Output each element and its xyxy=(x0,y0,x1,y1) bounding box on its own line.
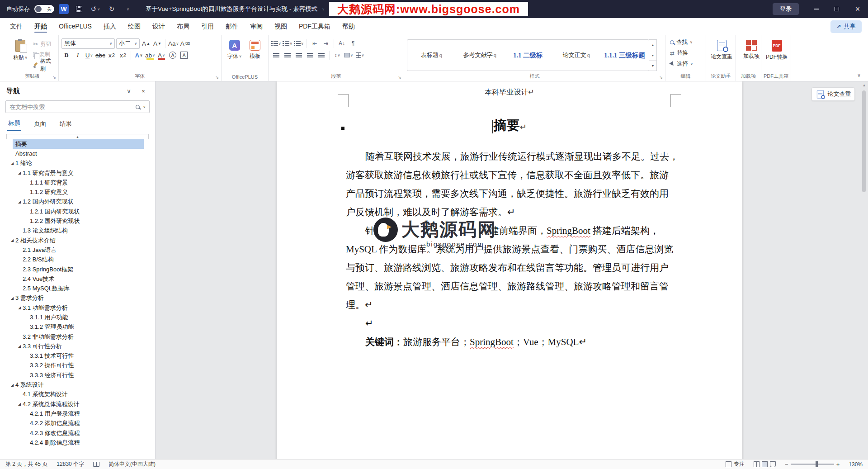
nav-heading-item[interactable]: 1.3 论文组织结构 xyxy=(0,226,155,236)
doc-line[interactable]: 与预订、旅游路线浏览、旅游攻略发布和在线留言等功能。管理员可进行用户 xyxy=(346,259,673,277)
spell-check-status[interactable] xyxy=(93,462,99,467)
save-button[interactable] xyxy=(73,3,85,15)
customize-toolbar-button[interactable]: ∨ xyxy=(122,3,134,15)
nav-heading-item[interactable]: 2.1 Java语言 xyxy=(0,245,155,255)
nav-heading-item[interactable]: ◢1.2 国内外研究现状 xyxy=(0,197,155,207)
officeplus-font-button[interactable]: A 字体∨ xyxy=(224,38,245,73)
strikethrough-button[interactable]: abc xyxy=(95,50,105,60)
autosave-toggle[interactable]: 关 xyxy=(34,5,54,13)
nav-heading-item[interactable]: 3.2 非功能需求分析 xyxy=(0,332,155,341)
doc-line[interactable]: 产品预订流程繁琐，需要多次线下沟通，缺乏便捷性。旅游行业缺乏有效的用 xyxy=(346,185,673,203)
menu-tab-帮助[interactable]: 帮助 xyxy=(337,19,360,34)
align-left-button[interactable] xyxy=(271,50,281,60)
nav-tab-标题[interactable]: 标题 xyxy=(7,117,21,131)
keywords-line[interactable]: 关键词：旅游服务平台；SpringBoot；Vue；MySQL↵ xyxy=(346,333,673,351)
expand-triangle-icon[interactable]: ◢ xyxy=(16,344,23,348)
nav-heading-item[interactable]: ◢3 需求分析 xyxy=(0,294,155,303)
nav-heading-item[interactable]: ◢1.1 研究背景与意义 xyxy=(0,168,155,178)
distribute-button[interactable] xyxy=(316,50,326,60)
addins-button[interactable]: 加载项 xyxy=(739,38,764,60)
nav-heading-item[interactable]: 2.5 MySQL数据库 xyxy=(0,284,155,293)
officeplus-template-button[interactable]: 模板 xyxy=(245,38,266,73)
chevron-down-icon[interactable]: ∨ xyxy=(143,105,146,109)
shrink-font-button[interactable]: A▼ xyxy=(152,38,162,48)
menu-tab-布局[interactable]: 布局 xyxy=(171,19,195,34)
nav-heading-item[interactable]: 1.2.1 国内研究现状 xyxy=(0,207,155,216)
align-right-button[interactable] xyxy=(294,50,304,60)
undo-button[interactable]: ↺∨ xyxy=(90,3,101,15)
bullet-list-button[interactable]: ∨ xyxy=(271,38,281,48)
nav-heading-item[interactable]: Abstract xyxy=(0,149,155,158)
menu-tab-邮件[interactable]: 邮件 xyxy=(220,19,244,34)
vertical-scrollbar[interactable]: ▲ xyxy=(861,83,867,455)
doc-line[interactable]: 管理、旅游景点管理、酒店信息管理、旅游路线管理、旅游攻略管理和留言管 xyxy=(346,277,673,296)
web-layout-button[interactable] xyxy=(770,461,776,467)
shading-button[interactable]: ∨ xyxy=(344,50,354,60)
nav-heading-item[interactable]: ◢2 相关技术介绍 xyxy=(0,236,155,245)
style-gallery-item[interactable]: 1.1 二级标 xyxy=(504,40,552,71)
change-case-button[interactable]: Aa∨ xyxy=(168,38,179,48)
sort-button[interactable]: A↓ xyxy=(337,38,347,48)
nav-heading-item[interactable]: 3.3.2 操作可行性 xyxy=(0,361,155,370)
paragraph-dialog-launcher[interactable]: ↘ xyxy=(398,75,401,80)
nav-heading-item[interactable]: ◢3.3 可行性分析 xyxy=(0,341,155,351)
numbered-list-button[interactable]: ∨ xyxy=(283,38,292,48)
nav-heading-item[interactable]: ◢1 绪论 xyxy=(0,159,155,168)
nav-heading-item[interactable]: 4.2.3 修改信息流程 xyxy=(0,428,155,438)
language-status[interactable]: 简体中文(中国大陆) xyxy=(108,460,156,468)
style-gallery-item[interactable]: 表标题q xyxy=(407,40,456,71)
superscript-button[interactable]: x2 xyxy=(118,50,128,60)
font-size-select[interactable]: 小二∨ xyxy=(116,38,140,49)
subscript-button[interactable]: x2 xyxy=(107,50,117,60)
menu-tab-绘图[interactable]: 绘图 xyxy=(123,19,146,34)
character-border-button[interactable]: A xyxy=(179,50,189,60)
nav-heading-item[interactable]: 3.3.3 经济可行性 xyxy=(0,370,155,380)
highlight-color-button[interactable]: ab∨ xyxy=(145,50,155,60)
paste-button[interactable]: 粘贴∨ xyxy=(9,38,31,73)
nav-heading-item[interactable]: ◢4 系统设计 xyxy=(0,380,155,389)
style-gallery-item[interactable]: 参考文献字q xyxy=(456,40,504,71)
menu-tab-审阅[interactable]: 审阅 xyxy=(245,19,268,34)
navigation-collapse-button[interactable]: ∨ xyxy=(123,85,134,96)
multilevel-list-button[interactable]: ∨ xyxy=(294,38,304,48)
search-input[interactable] xyxy=(9,104,132,110)
nav-tab-结果[interactable]: 结果 xyxy=(59,118,73,130)
nav-heading-item[interactable]: 2.4 Vue技术 xyxy=(0,274,155,284)
focus-mode-button[interactable]: 专注 xyxy=(726,460,745,468)
expand-triangle-icon[interactable]: ◢ xyxy=(9,296,15,300)
nav-heading-item[interactable]: 4.2.2 添加信息流程 xyxy=(0,419,155,428)
replace-button[interactable]: ⇄替换 xyxy=(668,48,703,58)
menu-tab-视图[interactable]: 视图 xyxy=(269,19,292,34)
justify-button[interactable] xyxy=(305,50,315,60)
borders-button[interactable]: ∨ xyxy=(355,50,365,60)
text-effects-button[interactable]: A∨ xyxy=(134,50,144,60)
menu-tab-PDF工具箱[interactable]: PDF工具箱 xyxy=(293,19,336,34)
nav-heading-item[interactable]: 摘要 xyxy=(0,139,155,149)
nav-heading-item[interactable]: 1.1.2 研究意义 xyxy=(0,187,155,197)
menu-tab-插入[interactable]: 插入 xyxy=(98,19,122,34)
find-button[interactable]: 查找∨ xyxy=(668,37,703,47)
align-center-button[interactable] xyxy=(283,50,292,60)
paper-check-button[interactable]: 论文查重 xyxy=(709,38,734,61)
style-scroll-down-button[interactable]: ▼ xyxy=(649,50,656,61)
menu-tab-开始[interactable]: 开始 xyxy=(29,19,52,34)
minimize-button[interactable] xyxy=(806,0,826,18)
line-spacing-button[interactable]: ↕∨ xyxy=(332,50,342,60)
search-icon[interactable] xyxy=(136,105,140,109)
zoom-out-button[interactable]: − xyxy=(785,461,788,468)
format-painter-button[interactable]: 格式刷 xyxy=(31,60,56,70)
styles-dialog-launcher[interactable]: ↘ xyxy=(659,75,663,80)
font-color-button[interactable]: A∨ xyxy=(156,50,166,60)
close-button[interactable]: × xyxy=(847,0,868,18)
doc-line[interactable]: ↵ xyxy=(346,314,673,333)
bold-button[interactable]: B xyxy=(61,50,71,60)
select-button[interactable]: 选择∨ xyxy=(668,59,703,69)
nav-heading-item[interactable]: 3.1.2 管理员功能 xyxy=(0,322,155,332)
nav-heading-item[interactable]: 3.3.1 技术可行性 xyxy=(0,351,155,361)
word-count-status[interactable]: 12830 个字 xyxy=(57,460,84,468)
clipboard-dialog-launcher[interactable]: ↘ xyxy=(52,75,56,80)
nav-heading-item[interactable]: ◢3.1 功能需求分析 xyxy=(0,303,155,313)
style-gallery-item[interactable]: 1.1.1 三级标题 xyxy=(600,40,649,71)
style-scroll-up-button[interactable]: ▲ xyxy=(649,40,656,50)
nav-tab-页面[interactable]: 页面 xyxy=(33,118,47,130)
